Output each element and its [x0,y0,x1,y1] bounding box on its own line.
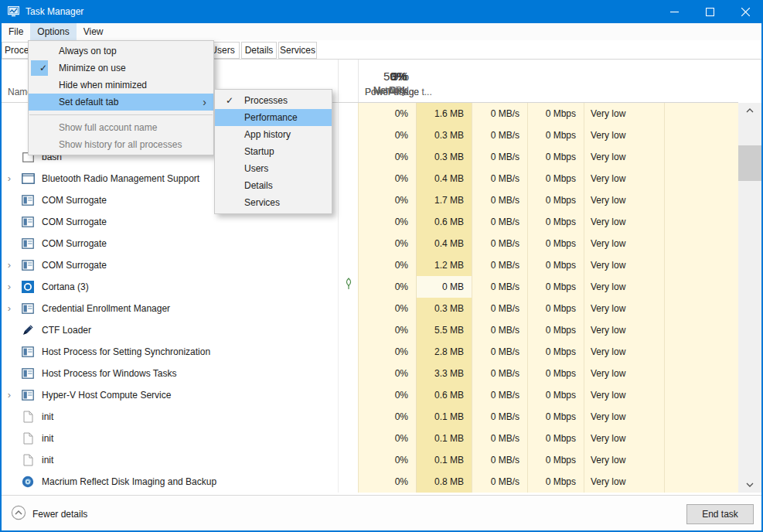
submenu-item-performance[interactable]: Performance [215,109,332,126]
cpu-cell: 0% [358,428,416,449]
expand-chevron-icon[interactable]: › [2,384,17,406]
network-cell: 0 Mbps [527,146,584,168]
process-row-init[interactable]: init0%0.1 MB0 MB/s0 MbpsVery low [2,428,738,449]
process-row-init[interactable]: init0%0.1 MB0 MB/s0 MbpsVery low [2,406,738,428]
options-menu-item-set-default-tab[interactable]: Set default tab› [29,94,213,111]
expand-chevron-icon[interactable]: › [2,276,17,298]
options-menu-item-minimize-on-use[interactable]: ✓Minimize on use [29,60,213,77]
status-cell [338,341,358,363]
menu-item-label: App history [244,129,291,140]
menu-item-label: Users [244,163,268,174]
network-cell: 0 Mbps [527,254,584,276]
process-row-ctf-loader[interactable]: CTF Loader0%5.5 MB0 MB/s0 MbpsVery low [2,319,738,341]
close-button[interactable] [727,0,763,23]
submenu-item-details[interactable]: Details [215,177,332,194]
process-row-credential-enrollment-manager[interactable]: ›Credential Enrollment Manager0%0.3 MB0 … [2,298,738,319]
power-usage-cell: Very low [584,406,664,428]
menubar-item-options[interactable]: Options [30,23,76,40]
cpu-cell: 0% [358,449,416,471]
submenu-item-users[interactable]: Users [215,160,332,177]
submenu-item-startup[interactable]: Startup [215,143,332,160]
footer-bar: Fewer details End task [2,495,761,530]
submenu-item-services[interactable]: Services [215,194,332,211]
process-row-init[interactable]: init0%0.1 MB0 MB/s0 MbpsVery low [2,449,738,471]
expand-chevron-icon[interactable]: › [2,298,17,319]
submenu-item-app-history[interactable]: App history [215,126,332,143]
fewer-details-toggle[interactable]: Fewer details [11,505,87,523]
power-usage-cell: Very low [584,276,664,298]
process-row-com-surrogate[interactable]: COM Surrogate0%0.4 MB0 MB/s0 MbpsVery lo… [2,233,738,254]
memory-cell: 0.4 MB [416,233,472,254]
memory-cell: 0.6 MB [416,384,472,406]
menubar-item-file[interactable]: File [2,23,30,40]
options-menu-item-hide-when-minimized[interactable]: Hide when minimized [29,77,213,94]
options-menu: Always on top✓Minimize on useHide when m… [28,40,214,155]
end-task-button[interactable]: End task [686,504,754,524]
doc-icon [17,411,39,423]
scrollbar-thumb[interactable] [738,145,761,181]
maximize-button[interactable] [692,0,727,23]
minimize-button[interactable] [656,0,692,23]
column-header-status[interactable] [338,60,358,102]
memory-cell: 2.8 MB [416,341,472,363]
disk-cell: 0 MB/s [472,363,527,384]
process-row-com-surrogate[interactable]: COM Surrogate0%1.7 MB0 MB/s0 MbpsVery lo… [2,189,738,211]
process-row-bluetooth-radio-management-support[interactable]: ›Bluetooth Radio Management Support0%0.4… [2,168,738,189]
menubar-item-view[interactable]: View [77,23,111,40]
power-usage-cell: Very low [584,428,664,449]
cpu-cell: 0% [358,146,416,168]
power-usage-cell: Very low [584,189,664,211]
scroll-down-button[interactable] [738,477,761,493]
status-cell [338,189,358,211]
cpu-cell: 0% [358,124,416,146]
expand-chevron-icon[interactable]: › [2,254,17,276]
menu-item-label: Show history for all processes [59,139,182,150]
power-usage-cell: Very low [584,449,664,471]
menu-item-label: Processes [244,95,288,106]
tab-details[interactable]: Details [241,42,277,59]
cpu-cell: 0% [358,319,416,341]
power-usage-cell: Very low [584,471,664,493]
process-row-macrium-reflect-disk-imaging-and-backup[interactable]: Macrium Reflect Disk Imaging and Backup0… [2,471,738,493]
memory-cell: 0.3 MB [416,146,472,168]
process-row-hyper-v-host-compute-service[interactable]: ›Hyper-V Host Compute Service0%0.6 MB0 M… [2,384,738,406]
process-row-com-surrogate[interactable]: COM Surrogate0%0.6 MB0 MB/s0 MbpsVery lo… [2,211,738,233]
memory-cell: 5.5 MB [416,319,472,341]
tab-services[interactable]: Services [278,42,317,59]
disk-cell: 0 MB/s [472,211,527,233]
cpu-cell: 0% [358,168,416,189]
options-menu-item-show-history-for-all-processes: Show history for all processes [29,136,213,153]
doc-icon [17,454,39,466]
disk-cell: 0 MB/s [472,168,527,189]
title-bar: Task Manager [0,0,763,23]
process-row-com-surrogate[interactable]: ›COM Surrogate0%1.2 MB0 MB/s0 MbpsVery l… [2,254,738,276]
menu-item-label: Services [244,197,280,208]
cpu-cell: 0% [358,189,416,211]
vertical-scrollbar[interactable] [738,103,761,493]
cpu-cell: 0% [358,363,416,384]
memory-cell: 1.6 MB [416,103,472,124]
network-cell: 0 Mbps [527,276,584,298]
network-cell: 0 Mbps [527,449,584,471]
options-menu-item-show-full-account-name: Show full account name [29,119,213,136]
scroll-up-button[interactable] [738,103,761,118]
process-row-host-process-for-windows-tasks[interactable]: Host Process for Windows Tasks0%3.3 MB0 … [2,363,738,384]
network-cell: 0 Mbps [527,189,584,211]
expand-chevron-icon[interactable]: › [2,168,17,189]
power-trend-cell [664,276,738,298]
process-row-cortana-3[interactable]: ›Cortana (3)0%0 MB0 MB/s0 MbpsVery low [2,276,738,298]
power-trend-cell [664,211,738,233]
cpu-cell: 0% [358,471,416,493]
cpu-cell: 0% [358,384,416,406]
power-usage-cell: Very low [584,124,664,146]
process-row-host-process-for-setting-synchronization[interactable]: Host Process for Setting Synchronization… [2,341,738,363]
options-menu-item-always-on-top[interactable]: Always on top [29,43,213,60]
pen-icon [17,324,39,336]
status-cell [338,298,358,319]
disk-cell: 0 MB/s [472,298,527,319]
status-cell [338,233,358,254]
win-icon [17,260,39,271]
power-usage-cell: Very low [584,341,664,363]
column-header-power-usage-t[interactable]: Power usage t... [358,60,432,102]
submenu-item-processes[interactable]: ✓Processes [215,92,332,109]
